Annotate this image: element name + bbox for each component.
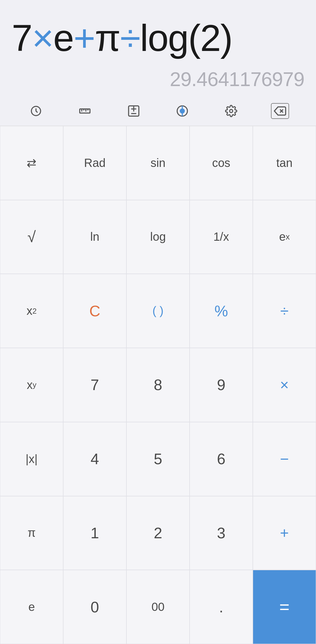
pi-key[interactable]: π [0, 496, 63, 570]
ruler-button[interactable] [76, 102, 94, 120]
sin-key[interactable]: sin [126, 126, 190, 200]
3-key[interactable]: 3 [190, 496, 253, 570]
ln-key[interactable]: ln [63, 200, 126, 274]
2-key[interactable]: 2 [126, 496, 190, 570]
5-key[interactable]: 5 [126, 422, 190, 496]
cos-key[interactable]: cos [190, 126, 253, 200]
9-key[interactable]: 9 [190, 348, 253, 422]
plus-key[interactable]: + [253, 496, 316, 570]
inv-key[interactable]: 1/x [190, 200, 253, 274]
4-key[interactable]: 4 [63, 422, 126, 496]
exp-key[interactable]: ex [253, 200, 316, 274]
expr-times: × [32, 17, 53, 59]
expr-pi: π [95, 17, 120, 59]
multiply-key[interactable]: × [253, 348, 316, 422]
settings-button[interactable] [222, 102, 240, 120]
8-key[interactable]: 8 [126, 348, 190, 422]
backspace-icon [271, 103, 289, 119]
dot-key[interactable]: . [190, 570, 253, 644]
tan-key[interactable]: tan [253, 126, 316, 200]
plusminus-button[interactable] [125, 102, 142, 120]
theme-icon [176, 105, 188, 117]
theme-button[interactable] [174, 102, 191, 120]
00-key[interactable]: 00 [126, 570, 190, 644]
log-key[interactable]: log [126, 200, 190, 274]
history-button[interactable] [27, 102, 45, 120]
equals-key[interactable]: = [253, 570, 316, 644]
plusminus-icon [128, 105, 140, 117]
percent-key[interactable]: % [190, 274, 253, 348]
abs-key[interactable]: |x| [0, 422, 63, 496]
display-area: 7×e+π÷log(2) 29.4641176979 [0, 0, 316, 96]
result: 29.4641176979 [12, 68, 304, 90]
svg-point-10 [180, 109, 184, 113]
rad-key[interactable]: Rad [63, 126, 126, 200]
expr-log: log(2) [140, 17, 232, 59]
7-key[interactable]: 7 [63, 348, 126, 422]
square-key[interactable]: x2 [0, 274, 63, 348]
toolbar [0, 96, 316, 126]
e-key[interactable]: e [0, 570, 63, 644]
expr-e: e [53, 17, 73, 59]
6-key[interactable]: 6 [190, 422, 253, 496]
backspace-button[interactable] [271, 102, 289, 120]
shift-key[interactable]: ⇄ [0, 126, 63, 200]
0-key[interactable]: 0 [63, 570, 126, 644]
gear-icon [225, 105, 237, 117]
expr-div: ÷ [120, 17, 140, 59]
sqrt-key[interactable]: √ [0, 200, 63, 274]
expression: 7×e+π÷log(2) [12, 18, 304, 59]
clear-key[interactable]: C [63, 274, 126, 348]
keypad: ⇄ Rad sin cos tan √ ln log 1/x ex x2 C (… [0, 126, 316, 644]
minus-key[interactable]: − [253, 422, 316, 496]
clock-icon [30, 105, 42, 117]
expr-7: 7 [12, 17, 32, 59]
svg-point-11 [230, 110, 233, 113]
expr-plus: + [73, 17, 95, 59]
divide-key[interactable]: ÷ [253, 274, 316, 348]
power-key[interactable]: xy [0, 348, 63, 422]
ruler-icon [79, 105, 91, 117]
1-key[interactable]: 1 [63, 496, 126, 570]
paren-key[interactable]: ( ) [126, 274, 190, 348]
